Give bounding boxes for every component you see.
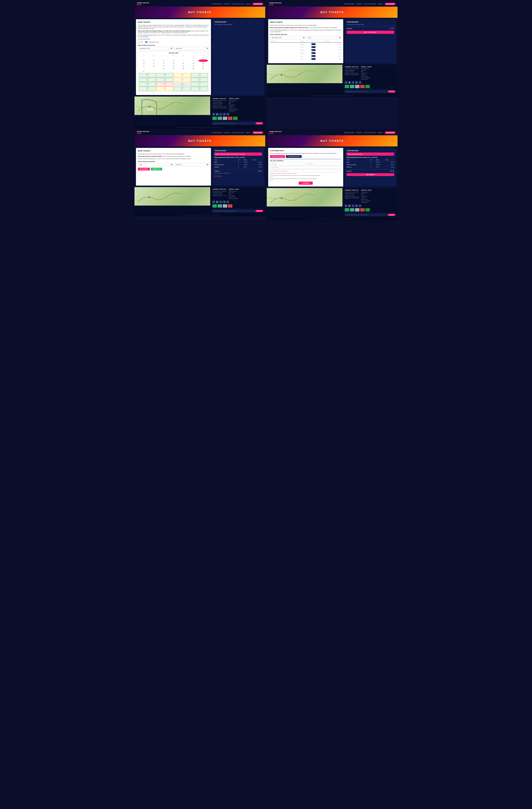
slot-10[interactable]: 11:105+ xyxy=(156,82,173,86)
slot-4[interactable]: 10:1040+ xyxy=(191,73,208,77)
date-picker-2[interactable]: December 6, 2023 xyxy=(270,36,305,39)
continue-btn[interactable]: CONTINUE xyxy=(299,182,313,185)
nav-about-4[interactable]: ABOUT xyxy=(378,132,383,133)
cal-prev[interactable]: ‹ xyxy=(139,52,140,54)
email-2[interactable]: info@camera-obscura.co.uk xyxy=(345,73,359,74)
link-book[interactable]: Book Now xyxy=(229,102,240,103)
nav-about[interactable]: ABOUT xyxy=(246,3,251,5)
nav-attractions[interactable]: ATTRACTIONS xyxy=(212,3,222,5)
email-input[interactable] xyxy=(270,166,341,169)
last-name-input[interactable] xyxy=(306,162,341,165)
slot-1[interactable]: 09:4040+ xyxy=(139,73,156,77)
nav-plan[interactable]: PLAN YOUR VISIT xyxy=(232,3,244,5)
get-basket-btn[interactable]: GET BASKET xyxy=(138,168,150,170)
postcode-input[interactable] xyxy=(270,170,341,172)
logo-1: CAMERA OBSCURA WoW xyxy=(137,2,149,6)
slot-12[interactable]: 11:3040+ xyxy=(191,82,208,86)
nav-attractions-4[interactable]: ATTRACTIONS xyxy=(344,132,354,133)
social-x-2[interactable]: 𝕏 xyxy=(345,81,347,84)
newsletter-btn-2[interactable]: SIGN UP xyxy=(388,90,395,92)
first-name-input[interactable] xyxy=(270,162,305,165)
svg-point-5 xyxy=(281,197,282,199)
slot-7[interactable]: 10:4015+ xyxy=(174,78,191,82)
add-basket-btn-2[interactable]: ADD TO BASKET xyxy=(347,31,394,34)
nav-attractions-2[interactable]: ATTRACTIONS xyxy=(344,3,354,5)
book-now-btn-4[interactable]: BOOK NOW xyxy=(385,132,395,134)
cal-next[interactable]: › xyxy=(208,52,208,54)
nav-about-3[interactable]: ABOUT xyxy=(246,132,251,133)
date-picker[interactable]: December 9, 2023 xyxy=(138,47,173,50)
newsletter-btn-3[interactable]: SIGN UP xyxy=(255,210,263,212)
time-picker[interactable]: Every Time xyxy=(174,47,209,50)
gift-yes[interactable]: Yes xyxy=(138,41,143,43)
social-x[interactable]: 𝕏 xyxy=(212,113,215,116)
slot-9[interactable]: 11:0040+ xyxy=(139,82,156,86)
marketing-checkbox[interactable] xyxy=(270,178,272,180)
slot-5[interactable]: 10:2040+ xyxy=(139,78,156,82)
nav-tickets[interactable]: TICKETS xyxy=(224,3,230,5)
gift-label-1: Are these tickets a gift? xyxy=(138,38,209,40)
social-tiktok[interactable]: ♪ xyxy=(219,113,222,116)
whatsapp-2[interactable]: WhatsApp: +44768 9084999 xyxy=(345,74,359,75)
enter-manually-link[interactable]: Or type it in manually? Click here to en… xyxy=(270,173,341,174)
newsletter-input-2[interactable] xyxy=(345,90,387,93)
consent-checkbox[interactable] xyxy=(270,175,272,177)
nav-about-2[interactable]: ABOUT xyxy=(378,3,383,5)
social-st-2[interactable]: ✦ xyxy=(355,81,358,84)
customer-btn-row: LOGIN ON ACCOUNT CONTINUE AS GUEST xyxy=(270,155,341,158)
slot-15[interactable]: 12:0040+ xyxy=(174,87,191,91)
nav-tickets-4[interactable]: TICKETS xyxy=(356,132,362,133)
gift-radio-group: Yes No (destination only) xyxy=(138,41,209,43)
checkout-btn[interactable]: CHECK OUT xyxy=(151,168,162,170)
slot-8[interactable]: 10:5040+ xyxy=(191,78,208,82)
link-media[interactable]: Media Requests xyxy=(229,100,240,101)
get-basket-btn-4[interactable]: GET BASKET xyxy=(347,173,394,176)
newsletter-btn-4[interactable]: SIGN UP xyxy=(388,214,395,216)
link-sustain[interactable]: Sustainability xyxy=(229,110,240,111)
newsletter-btn-1[interactable]: SIGN UP xyxy=(255,122,263,124)
consent-checkbox-row: I consent to my data being stored in acc… xyxy=(270,175,341,177)
social-fb-2[interactable]: f xyxy=(359,81,361,84)
newsletter-input-1[interactable] xyxy=(212,122,254,125)
connect-whatsapp-1[interactable]: WhatsApp: +44768 9084999 xyxy=(212,107,227,108)
ticket-row-child: Child (5-15 years) £15.45 £0.00 xyxy=(270,52,341,54)
social-facebook[interactable]: f xyxy=(227,113,229,116)
book-now-btn-3[interactable]: BOOK NOW xyxy=(253,132,263,134)
slot-2[interactable]: 09:5040+ xyxy=(156,73,173,77)
nav-tickets-2[interactable]: TICKETS xyxy=(356,3,362,5)
slot-16[interactable]: 12:1040+ xyxy=(191,87,208,91)
link-blog[interactable]: Blog xyxy=(229,103,240,104)
slot-3[interactable]: 10:0020+ xyxy=(174,73,191,77)
nav-plan-2[interactable]: PLAN YOUR VISIT xyxy=(364,3,376,5)
slot-14[interactable]: 11:5010+ xyxy=(156,87,173,91)
social-yt-2[interactable]: ▶ xyxy=(348,81,351,84)
slot-13[interactable]: 11:4040+ xyxy=(139,87,156,91)
hero-3: BUY TICKETS xyxy=(135,135,265,147)
nav-plan-4[interactable]: PLAN YOUR VISIT xyxy=(364,132,376,133)
book-now-btn-1[interactable]: BOOK NOW xyxy=(253,3,263,5)
connect-email-1[interactable]: info@camera-obscura.co.uk xyxy=(212,106,227,107)
nav-tickets-3[interactable]: TICKETS xyxy=(224,132,230,133)
nav-plan-3[interactable]: PLAN YOUR VISIT xyxy=(232,132,244,133)
date-picker-3[interactable]: Date xyxy=(138,163,173,166)
time-picker-3[interactable]: Entry Time xyxy=(174,163,209,166)
newsletter-input-3[interactable] xyxy=(212,210,254,212)
book-now-btn-2[interactable]: BOOK NOW xyxy=(385,3,395,5)
edit-basket-link[interactable]: Edit BASKET xyxy=(214,175,222,176)
slot-6[interactable]: 10:3040+ xyxy=(156,78,173,82)
login-account-btn[interactable]: LOGIN ON ACCOUNT xyxy=(270,155,285,158)
nav-attractions-3[interactable]: ATTRACTIONS xyxy=(212,132,222,133)
social-tt-2[interactable]: ♪ xyxy=(352,81,354,84)
footer-map-1: Camera Obs xyxy=(135,97,210,115)
social-youtube[interactable]: ▶ xyxy=(216,113,218,116)
social-star[interactable]: ✦ xyxy=(223,113,226,116)
link-access[interactable]: Accessibility xyxy=(229,104,240,106)
basket-adult-4: Adult 1 £20.00 £20.00 xyxy=(347,161,394,163)
link-privacy[interactable]: Privacy Policy xyxy=(229,107,240,108)
newsletter-input-4[interactable] xyxy=(345,213,387,216)
gift-no[interactable]: No (destination only) xyxy=(145,41,159,43)
continue-guest-btn[interactable]: CONTINUE AS GUEST xyxy=(286,155,301,158)
link-contact[interactable]: Contact xyxy=(229,106,240,107)
link-terms[interactable]: Terms & Conditions xyxy=(229,109,240,110)
time-picker-2[interactable]: 10:00 xyxy=(306,36,341,39)
